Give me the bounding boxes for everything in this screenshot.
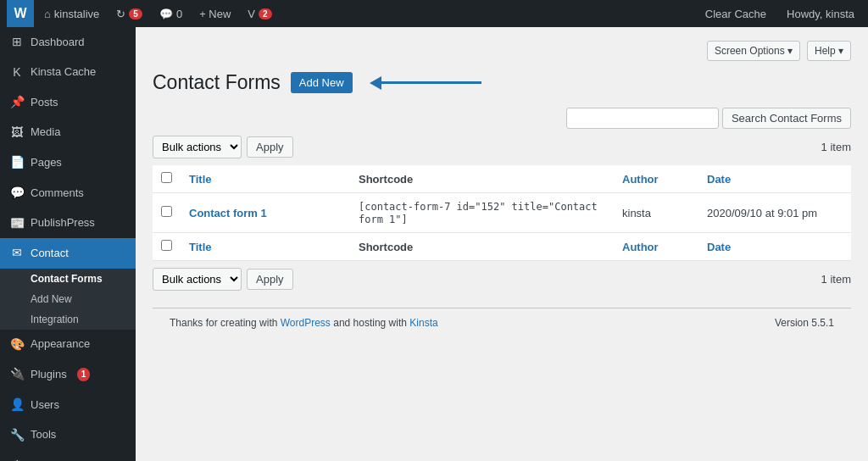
select-all-checkbox[interactable] bbox=[161, 172, 172, 183]
tools-icon: 🔧 bbox=[10, 427, 24, 444]
header-author-col: Author bbox=[614, 165, 698, 193]
header-shortcode-col: Shortcode bbox=[350, 165, 614, 193]
updates-icon: ↻ bbox=[116, 8, 125, 20]
date-value: 2020/09/10 at 9:01 pm bbox=[707, 207, 817, 219]
sidebar-item-plugins[interactable]: 🔌 Plugins 1 bbox=[0, 359, 136, 390]
arrow-line bbox=[380, 81, 481, 84]
sidebar-item-pages[interactable]: 📄 Pages bbox=[0, 147, 136, 178]
table-body: Contact form 1 [contact-form-7 id="152" … bbox=[153, 193, 851, 233]
publishpress-icon: 📰 bbox=[10, 215, 24, 232]
table-footer-row: Title Shortcode Author Date bbox=[153, 233, 851, 261]
bulk-actions-select-bottom[interactable]: Bulk actions bbox=[153, 268, 242, 291]
row-title-cell: Contact form 1 bbox=[181, 193, 350, 233]
footer-checkbox-col bbox=[153, 233, 181, 261]
contact-icon: ✉ bbox=[10, 245, 24, 262]
admin-bar: W ⌂ kinstalive ↻ 5 💬 0 + New V 2 Clear C… bbox=[0, 0, 868, 27]
plugins-icon: 🔌 bbox=[10, 366, 24, 383]
form-title-link[interactable]: Contact form 1 bbox=[189, 207, 267, 219]
sidebar-item-appearance[interactable]: 🎨 Appearance bbox=[0, 330, 136, 360]
footer-shortcode-col: Shortcode bbox=[350, 233, 614, 261]
bottom-toolbar: Bulk actions Apply 1 item bbox=[153, 268, 851, 291]
forms-table: Title Shortcode Author Date Contac bbox=[153, 165, 851, 261]
sidebar-subitem-add-new[interactable]: Add New bbox=[0, 289, 136, 309]
footer-title-col: Title bbox=[181, 233, 350, 261]
row-date-cell: 2020/09/10 at 9:01 pm bbox=[698, 193, 851, 233]
users-icon: 👤 bbox=[10, 397, 24, 414]
row-checkbox[interactable] bbox=[161, 206, 172, 217]
dashboard-icon: ⊞ bbox=[10, 34, 24, 51]
header-title-col: Title bbox=[181, 165, 350, 193]
page-title: Contact Forms bbox=[153, 71, 281, 94]
plugin-item[interactable]: V 2 bbox=[241, 0, 278, 27]
screen-options-button[interactable]: Screen Options ▾ bbox=[707, 41, 800, 61]
page-header: Contact Forms Add New bbox=[153, 71, 851, 94]
date-sort-link[interactable]: Date bbox=[707, 173, 731, 186]
footer-author-sort-link[interactable]: Author bbox=[622, 241, 659, 253]
sidebar-item-comments[interactable]: 💬 Comments bbox=[0, 178, 136, 208]
updates-item[interactable]: ↻ 5 bbox=[109, 0, 149, 27]
wordpress-link[interactable]: WordPress bbox=[281, 317, 331, 329]
apply-button-bottom[interactable]: Apply bbox=[247, 269, 293, 290]
author-sort-link[interactable]: Author bbox=[622, 173, 659, 186]
version-label: Version 5.5.1 bbox=[775, 317, 834, 329]
search-input[interactable] bbox=[566, 108, 719, 129]
title-sort-link[interactable]: Title bbox=[189, 173, 212, 186]
item-count-bottom: 1 item bbox=[821, 273, 851, 286]
header-date-col: Date bbox=[698, 165, 851, 193]
comments-icon: 💬 bbox=[159, 8, 173, 20]
bulk-actions-select[interactable]: Bulk actions bbox=[153, 136, 242, 158]
sidebar-item-tools[interactable]: 🔧 Tools bbox=[0, 420, 136, 451]
sidebar-subitem-integration[interactable]: Integration bbox=[0, 309, 136, 330]
sidebar-item-kinsta-cache[interactable]: K Kinsta Cache bbox=[0, 58, 136, 88]
row-shortcode-cell: [contact-form-7 id="152" title="Contact … bbox=[350, 193, 614, 233]
comments-nav-icon: 💬 bbox=[10, 185, 24, 202]
pages-icon: 📄 bbox=[10, 154, 24, 171]
site-name[interactable]: ⌂ kinstalive bbox=[37, 0, 106, 27]
comments-item[interactable]: 💬 0 bbox=[153, 0, 189, 27]
item-count-top: 1 item bbox=[821, 141, 851, 153]
add-new-button[interactable]: Add New bbox=[291, 72, 353, 93]
posts-icon: 📌 bbox=[10, 94, 24, 111]
footer-thanks: Thanks for creating with WordPress and h… bbox=[170, 317, 438, 329]
sidebar: ⊞ Dashboard K Kinsta Cache 📌 Posts 🖼 Med… bbox=[0, 27, 136, 461]
help-button[interactable]: Help ▾ bbox=[807, 41, 851, 61]
footer-title-sort-link[interactable]: Title bbox=[189, 241, 212, 253]
sidebar-item-publishpress[interactable]: 📰 PublishPress bbox=[0, 208, 136, 239]
sidebar-item-users[interactable]: 👤 Users bbox=[0, 390, 136, 420]
sidebar-item-settings[interactable]: ⚙ Settings bbox=[0, 450, 136, 461]
apply-button[interactable]: Apply bbox=[247, 136, 293, 158]
header-checkbox-col bbox=[153, 165, 181, 193]
sidebar-subitem-contact-forms[interactable]: Contact Forms bbox=[0, 269, 136, 289]
main-content: Screen Options ▾ Help ▾ Contact Forms Ad… bbox=[136, 27, 868, 461]
sidebar-item-media[interactable]: 🖼 Media bbox=[0, 118, 136, 148]
appearance-icon: 🎨 bbox=[10, 336, 24, 353]
clear-cache-button[interactable]: Clear Cache bbox=[698, 0, 773, 27]
row-checkbox-cell bbox=[153, 193, 181, 233]
howdy-label[interactable]: Howdy, kinsta bbox=[780, 0, 861, 27]
row-author-cell: kinsta bbox=[614, 193, 698, 233]
home-icon: ⌂ bbox=[44, 8, 51, 20]
kinsta-link[interactable]: Kinsta bbox=[409, 317, 437, 329]
footer-date-col: Date bbox=[698, 233, 851, 261]
new-item[interactable]: + New bbox=[192, 0, 237, 27]
wp-logo[interactable]: W bbox=[7, 0, 34, 27]
shortcode-text: [contact-form-7 id="152" title="Contact … bbox=[359, 201, 598, 225]
settings-icon: ⚙ bbox=[10, 457, 24, 461]
footer-author-col: Author bbox=[614, 233, 698, 261]
media-icon: 🖼 bbox=[10, 125, 24, 142]
kinsta-icon: K bbox=[10, 64, 24, 81]
table-row: Contact form 1 [contact-form-7 id="152" … bbox=[153, 193, 851, 233]
footer: Thanks for creating with WordPress and h… bbox=[153, 308, 851, 337]
search-button[interactable]: Search Contact Forms bbox=[722, 108, 851, 129]
sidebar-item-dashboard[interactable]: ⊞ Dashboard bbox=[0, 27, 136, 58]
search-bar: Search Contact Forms bbox=[153, 108, 851, 129]
top-toolbar: Bulk actions Apply 1 item bbox=[153, 136, 851, 158]
author-name: kinsta bbox=[622, 207, 651, 219]
footer-date-sort-link[interactable]: Date bbox=[707, 241, 731, 253]
main-topbar: Screen Options ▾ Help ▾ bbox=[153, 41, 851, 61]
sidebar-item-contact[interactable]: ✉ Contact bbox=[0, 238, 136, 269]
table-header-row: Title Shortcode Author Date bbox=[153, 165, 851, 193]
sidebar-item-posts[interactable]: 📌 Posts bbox=[0, 87, 136, 118]
select-all-footer-checkbox[interactable] bbox=[161, 240, 172, 251]
arrow-annotation bbox=[370, 76, 481, 90]
